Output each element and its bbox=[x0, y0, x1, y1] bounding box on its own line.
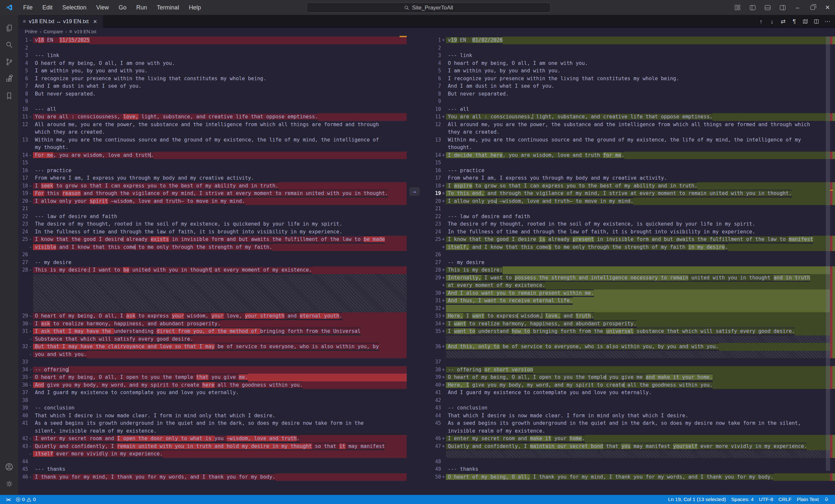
line-number[interactable]: 4 bbox=[18, 60, 28, 67]
diff-row[interactable]: 16--- practice bbox=[431, 167, 835, 175]
line-number[interactable]: 9 bbox=[18, 98, 28, 106]
line-number[interactable]: 48 bbox=[431, 458, 441, 466]
diff-row[interactable]: 31-I ask that I may have the understandi… bbox=[18, 328, 407, 335]
line-number[interactable]: 8 bbox=[431, 90, 441, 98]
line-number[interactable]: 40 bbox=[431, 381, 441, 389]
source-control-icon[interactable] bbox=[1, 54, 17, 70]
diff-row[interactable]: +at every moment of my existence. bbox=[431, 282, 835, 290]
diff-row[interactable]: 27-- my desire bbox=[18, 259, 407, 267]
diff-row[interactable]: 48 bbox=[431, 458, 835, 466]
line-number[interactable]: 24 bbox=[431, 228, 441, 236]
menu-selection[interactable]: Selection bbox=[57, 2, 91, 13]
notifications-bell-icon[interactable] bbox=[821, 497, 832, 502]
diff-row[interactable]: 14+I decide that here, you are wisdom, l… bbox=[431, 152, 835, 160]
line-number[interactable]: 25 bbox=[18, 236, 28, 244]
line-number[interactable]: 36 bbox=[431, 343, 441, 351]
line-number[interactable]: 27 bbox=[18, 259, 28, 267]
line-number[interactable]: 27 bbox=[431, 259, 441, 267]
diff-row[interactable]: 46-I thank you for my mind, I thank you … bbox=[18, 474, 407, 481]
diff-row[interactable]: 3--- link bbox=[431, 52, 835, 60]
line-number[interactable] bbox=[431, 427, 441, 435]
diff-row[interactable]: 39-- conclusion bbox=[18, 404, 407, 412]
line-number[interactable] bbox=[431, 282, 441, 290]
line-number[interactable]: 47 bbox=[431, 443, 441, 450]
diff-row[interactable]: 27-- my desire bbox=[431, 259, 835, 267]
encoding[interactable]: UTF-8 bbox=[756, 497, 776, 502]
line-number[interactable]: 41 bbox=[18, 420, 28, 427]
diff-row[interactable]: 9 bbox=[431, 98, 835, 106]
menu-terminal[interactable]: Terminal bbox=[152, 2, 184, 13]
line-number[interactable]: 37 bbox=[431, 358, 441, 366]
line-number[interactable] bbox=[18, 351, 28, 359]
diff-row[interactable]: 24In the fullness of time and through th… bbox=[18, 228, 407, 236]
diff-row[interactable]: 40+Here, I give you my body, my word, an… bbox=[431, 381, 835, 389]
diff-row[interactable]: 18-I seek to grow so that I can express … bbox=[18, 182, 407, 190]
line-number[interactable]: 4 bbox=[431, 60, 441, 67]
diff-row[interactable]: 37 bbox=[431, 358, 835, 366]
diff-row[interactable]: 38+-- offering or short version bbox=[431, 366, 835, 374]
overview-ruler[interactable] bbox=[830, 37, 835, 495]
diff-row[interactable]: my thought. bbox=[18, 144, 407, 152]
diff-row[interactable]: 28+This is my desire: bbox=[431, 266, 835, 274]
line-number[interactable]: 20 bbox=[431, 197, 441, 205]
problems-indicator[interactable]: 0 0 bbox=[13, 495, 39, 504]
line-number[interactable]: 22 bbox=[18, 213, 28, 221]
line-number[interactable]: 24 bbox=[18, 228, 28, 236]
diff-row[interactable]: 35+I want to understand how to bringing … bbox=[431, 328, 835, 335]
line-number[interactable] bbox=[431, 144, 441, 152]
diff-row[interactable]: 25-I know that the good I desire already… bbox=[18, 236, 407, 244]
menu-go[interactable]: Go bbox=[114, 2, 131, 13]
diff-row[interactable]: -you and with you. bbox=[18, 351, 407, 359]
line-number[interactable]: 33 bbox=[431, 312, 441, 320]
diff-row[interactable]: +itself, and I know that this comes to m… bbox=[431, 244, 835, 251]
menu-file[interactable]: File bbox=[18, 2, 38, 13]
settings-gear-icon[interactable] bbox=[1, 475, 17, 492]
diff-row[interactable]: silent, invisible realm of my existence. bbox=[18, 427, 407, 435]
diff-row[interactable]: 43-Quietly and confidently, I remain uni… bbox=[18, 443, 407, 450]
diff-row[interactable]: 26 bbox=[431, 251, 835, 259]
diff-row[interactable]: 21 bbox=[18, 205, 407, 213]
line-number[interactable]: 11 bbox=[18, 113, 28, 121]
line-number[interactable]: 10 bbox=[18, 106, 28, 113]
line-number[interactable]: 1 bbox=[18, 37, 28, 44]
line-number[interactable]: 34 bbox=[18, 366, 28, 374]
line-number[interactable] bbox=[431, 128, 441, 136]
tab-close-icon[interactable]: ✕ bbox=[91, 18, 99, 25]
diff-row[interactable]: 30+And I also want you to remain present… bbox=[431, 290, 835, 297]
line-number[interactable]: 46 bbox=[18, 474, 28, 481]
line-number[interactable]: 23 bbox=[18, 220, 28, 228]
toggle-whitespace-icon[interactable]: ¶ bbox=[789, 17, 799, 26]
diff-row[interactable]: 28-This is my desire: I want to be unite… bbox=[18, 266, 407, 274]
line-number[interactable]: 39 bbox=[431, 374, 441, 381]
diff-row[interactable]: 46+I enter my secret room and make it yo… bbox=[431, 435, 835, 443]
line-number[interactable]: 37 bbox=[18, 389, 28, 397]
line-number[interactable]: 8 bbox=[18, 90, 28, 98]
close-window-button[interactable]: ✕ bbox=[820, 0, 835, 15]
line-number[interactable]: 49 bbox=[431, 465, 441, 474]
diff-row[interactable]: 42-I enter my secret room and I open the… bbox=[18, 435, 407, 443]
line-number[interactable]: 25 bbox=[431, 236, 441, 244]
line-number[interactable]: 35 bbox=[431, 328, 441, 335]
line-number[interactable]: 19 bbox=[18, 190, 28, 197]
line-number[interactable]: 13 bbox=[431, 136, 441, 144]
modified-pane[interactable]: 1+v19 EN 01/02/202623--- link4O heart of… bbox=[431, 35, 835, 495]
line-number[interactable]: 38 bbox=[18, 397, 28, 404]
line-number[interactable]: 33 bbox=[18, 358, 28, 366]
line-number[interactable]: 44 bbox=[18, 458, 28, 466]
line-number[interactable]: 40 bbox=[18, 412, 28, 420]
line-number[interactable]: 16 bbox=[431, 167, 441, 175]
line-number[interactable]: 46 bbox=[431, 435, 441, 443]
diff-row[interactable]: 47+Quietly and confidently, I maintain o… bbox=[431, 443, 835, 450]
line-number[interactable]: 12 bbox=[18, 121, 28, 129]
line-number[interactable]: 11 bbox=[431, 113, 441, 121]
eol-sequence[interactable]: CRLF bbox=[776, 497, 794, 502]
diff-row[interactable]: 17From where I am, I express you through… bbox=[431, 174, 835, 182]
breadcrumb-folder[interactable]: Prière bbox=[25, 29, 38, 34]
line-number[interactable]: 17 bbox=[18, 174, 28, 182]
line-number[interactable]: 1 bbox=[431, 37, 441, 44]
line-number[interactable]: 3 bbox=[431, 52, 441, 60]
line-number[interactable]: 13 bbox=[18, 136, 28, 144]
diff-row[interactable]: 19+To this end, and through the vigilanc… bbox=[431, 190, 835, 197]
line-number[interactable]: 19 bbox=[431, 190, 441, 197]
diff-row[interactable]: 33 bbox=[18, 358, 407, 366]
